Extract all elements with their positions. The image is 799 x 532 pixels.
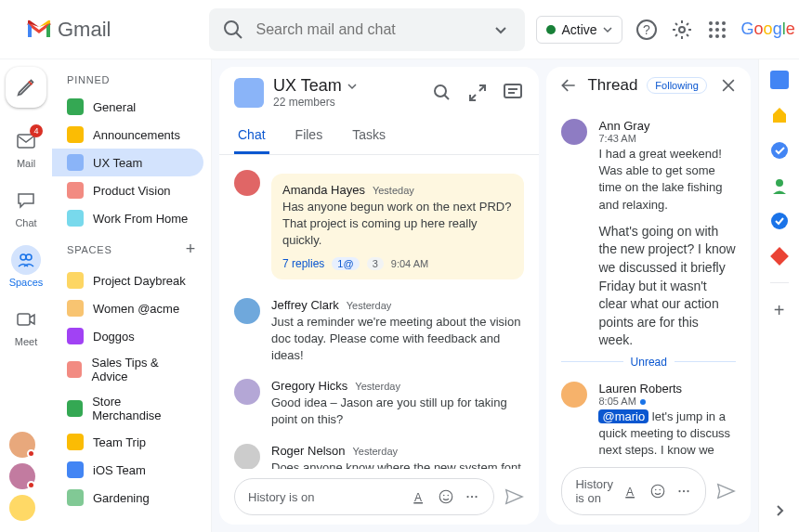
sidebar-item[interactable]: Sales Tips & Advice bbox=[52, 350, 203, 389]
chat-bubble-avatar[interactable] bbox=[9, 432, 35, 458]
svg-point-4 bbox=[679, 27, 685, 32]
message-text: Has anyone begun work on the next PRD? T… bbox=[282, 199, 513, 250]
add-space-icon[interactable]: + bbox=[186, 240, 196, 259]
tasks-app-icon[interactable] bbox=[770, 141, 789, 160]
tab-chat[interactable]: Chat bbox=[234, 118, 269, 154]
sidebar-item-label: Gardening bbox=[93, 491, 150, 505]
svg-rect-14 bbox=[18, 135, 34, 148]
collapse-panel-icon[interactable] bbox=[773, 504, 786, 517]
svg-point-25 bbox=[440, 490, 453, 503]
format-icon[interactable]: A bbox=[623, 483, 640, 500]
app-icon[interactable] bbox=[770, 212, 789, 230]
sidebar-item[interactable]: Product Vision bbox=[52, 176, 203, 204]
rail-spaces[interactable]: Spaces bbox=[0, 238, 52, 295]
svg-point-30 bbox=[476, 496, 478, 498]
svg-point-39 bbox=[771, 142, 788, 159]
svg-point-10 bbox=[722, 28, 726, 32]
svg-point-15 bbox=[20, 254, 26, 260]
help-icon[interactable]: ? bbox=[635, 19, 658, 41]
svg-point-35 bbox=[660, 489, 661, 491]
svg-point-40 bbox=[776, 179, 783, 187]
status-label: Active bbox=[561, 22, 596, 37]
message-time: 7:43 AM bbox=[598, 133, 736, 144]
message-avatar bbox=[234, 444, 260, 470]
reply-count[interactable]: 7 replies bbox=[282, 257, 324, 270]
add-app-icon[interactable]: + bbox=[774, 300, 785, 321]
chat-bubble-avatar[interactable] bbox=[9, 463, 35, 489]
sidebar-item[interactable]: Doggos bbox=[52, 322, 203, 350]
more-icon[interactable] bbox=[675, 483, 692, 500]
chat-bubbles bbox=[9, 432, 35, 521]
search-options-icon[interactable] bbox=[490, 19, 512, 41]
space-icon bbox=[67, 328, 84, 344]
send-icon[interactable] bbox=[504, 487, 524, 507]
svg-point-11 bbox=[709, 34, 713, 38]
rail-mail[interactable]: 4 Mail bbox=[0, 119, 52, 176]
compose-button[interactable] bbox=[6, 67, 46, 108]
sidebar-item[interactable]: Project Daybreak bbox=[52, 266, 203, 294]
send-icon[interactable] bbox=[715, 481, 736, 501]
following-chip[interactable]: Following bbox=[647, 77, 706, 94]
contacts-app-icon[interactable] bbox=[770, 176, 789, 195]
sidebar-item[interactable]: iOS Team bbox=[52, 456, 203, 484]
svg-text:A: A bbox=[414, 491, 422, 504]
tab-tasks[interactable]: Tasks bbox=[348, 118, 389, 154]
sidebar-item[interactable]: Announcements bbox=[52, 121, 203, 149]
tab-files[interactable]: Files bbox=[292, 118, 327, 154]
svg-point-0 bbox=[225, 21, 238, 34]
sidebar-item[interactable]: Team Trip bbox=[52, 428, 203, 456]
emoji-icon[interactable] bbox=[438, 488, 454, 505]
svg-rect-17 bbox=[18, 314, 30, 325]
message-author: Ann Gray bbox=[598, 119, 649, 133]
chevron-down-icon[interactable] bbox=[347, 82, 357, 91]
thread-composer[interactable]: History is on A bbox=[561, 467, 706, 515]
rail-chat[interactable]: Chat bbox=[0, 178, 52, 236]
space-icon bbox=[67, 400, 83, 417]
thread-message: Lauren Roberts8:05 AM@mario let's jump i… bbox=[561, 374, 736, 458]
back-arrow-icon[interactable] bbox=[559, 76, 578, 95]
message-text: @mario let's jump in a quick meeting to … bbox=[598, 409, 736, 458]
message-time: Yesteday bbox=[373, 185, 414, 196]
rail-meet[interactable]: Meet bbox=[0, 297, 52, 355]
chat-bubble-avatar[interactable] bbox=[9, 495, 35, 521]
chat-composer[interactable]: History is on A bbox=[234, 478, 494, 515]
sidebar-item[interactable]: Work From Home bbox=[52, 204, 203, 232]
status-chip[interactable]: Active bbox=[536, 16, 622, 44]
sidebar-item[interactable]: Women @acme bbox=[52, 294, 203, 322]
sidebar-item[interactable]: Store Merchandise bbox=[52, 389, 203, 428]
svg-point-5 bbox=[709, 21, 713, 25]
sidebar-item[interactable]: Gardening bbox=[52, 484, 203, 512]
sidebar-item[interactable]: General bbox=[52, 93, 203, 121]
message-text: Good idea – Jason are you still up for t… bbox=[271, 395, 524, 428]
sidebar-item-label: iOS Team bbox=[93, 463, 146, 477]
apps-icon[interactable] bbox=[706, 19, 728, 41]
search-in-chat-icon[interactable] bbox=[431, 82, 453, 104]
close-icon[interactable] bbox=[719, 76, 738, 95]
search-input[interactable] bbox=[255, 21, 478, 38]
message-avatar bbox=[234, 379, 260, 405]
space-icon bbox=[67, 154, 84, 171]
sidebar-item-label: Product Vision bbox=[93, 184, 171, 198]
emoji-icon[interactable] bbox=[649, 483, 666, 500]
sidebar-item[interactable]: UX Team bbox=[52, 149, 203, 176]
app-icon[interactable] bbox=[770, 247, 789, 266]
message-author: Gregory Hicks bbox=[271, 379, 347, 393]
space-icon bbox=[67, 98, 84, 115]
space-avatar-icon bbox=[234, 78, 264, 108]
open-thread-icon[interactable] bbox=[502, 82, 524, 104]
svg-point-8 bbox=[709, 28, 713, 32]
search-bar[interactable] bbox=[209, 8, 525, 51]
settings-icon[interactable] bbox=[671, 19, 693, 41]
format-icon[interactable]: A bbox=[412, 488, 428, 505]
space-icon bbox=[67, 126, 84, 143]
calendar-app-icon[interactable] bbox=[770, 71, 789, 89]
sidebar-item-label: UX Team bbox=[93, 156, 142, 170]
svg-point-16 bbox=[26, 254, 32, 260]
sidebar: PINNED GeneralAnnouncementsUX TeamProduc… bbox=[52, 59, 212, 532]
sidebar-item-label: Team Trip bbox=[93, 435, 146, 449]
more-icon[interactable] bbox=[464, 488, 480, 505]
message-time: Yesterday bbox=[355, 381, 400, 392]
message-text: What's going on with the new project? I … bbox=[598, 223, 736, 350]
collapse-icon[interactable] bbox=[466, 82, 489, 104]
keep-app-icon[interactable] bbox=[770, 106, 789, 124]
